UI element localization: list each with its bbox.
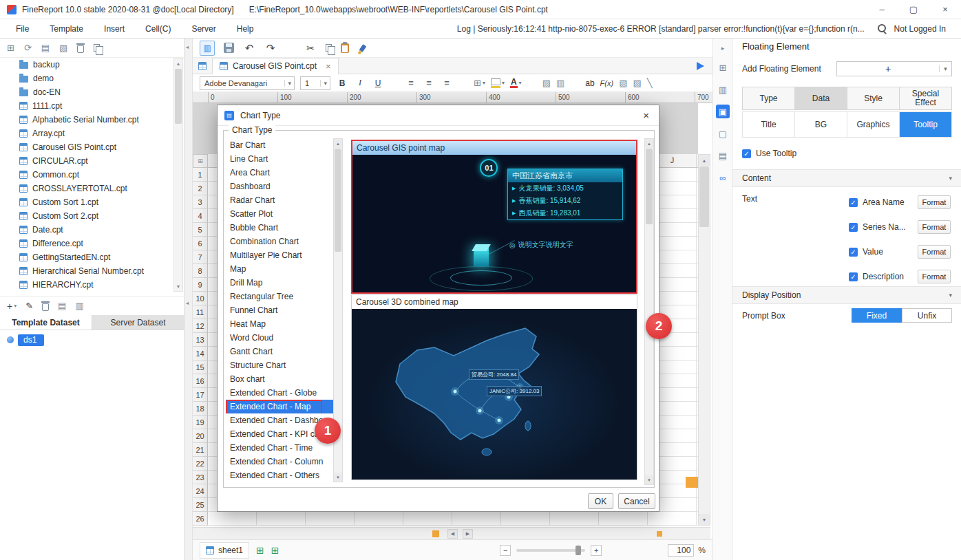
hyperlink-icon[interactable]: ∞ xyxy=(716,171,730,184)
row-header[interactable]: 4 xyxy=(193,209,208,223)
underline-button[interactable]: U xyxy=(372,77,384,89)
chart-type-item[interactable]: Extended Chart - Globe xyxy=(226,386,333,400)
row-header[interactable]: 7 xyxy=(193,250,208,264)
dialog-close-icon[interactable]: × xyxy=(640,109,652,121)
folder-item[interactable]: demo xyxy=(0,72,172,85)
property-tab[interactable]: Data xyxy=(795,87,847,109)
italic-button[interactable]: I xyxy=(354,77,366,89)
row-header[interactable]: 2 xyxy=(193,182,208,195)
row-header[interactable]: 15 xyxy=(193,360,208,374)
insert-sheet-icon[interactable]: ⊞ xyxy=(256,545,264,556)
insert-image-icon[interactable]: ▨ xyxy=(542,78,551,88)
copy-file-icon[interactable] xyxy=(94,44,100,52)
format-button[interactable]: Format xyxy=(918,245,951,259)
chart-type-item[interactable]: Gantt Chart xyxy=(226,345,333,358)
file-item[interactable]: Alphabetic Serial Number.cpt xyxy=(0,113,172,127)
bold-button[interactable]: B xyxy=(336,77,348,89)
file-item[interactable]: Array.cpt xyxy=(0,127,172,140)
batch-edit-icon[interactable]: ▥ xyxy=(75,301,83,311)
format-painter-icon[interactable] xyxy=(359,44,367,52)
file-item[interactable]: Custom Sort 2.cpt xyxy=(0,209,172,223)
property-tab[interactable]: Special Effect xyxy=(900,87,951,109)
row-header[interactable]: 22 xyxy=(193,457,208,471)
menu-item[interactable]: Help xyxy=(226,19,264,39)
floating-element-icon[interactable]: ▣ xyxy=(716,105,730,118)
minimize-button[interactable]: – xyxy=(866,4,898,14)
folder-item[interactable]: doc-EN xyxy=(0,85,172,99)
chart-type-item[interactable]: Scatter Plot xyxy=(226,207,333,221)
chart-type-item[interactable]: Extended Chart - Column xyxy=(226,455,333,469)
property-tab[interactable]: Type xyxy=(743,87,795,109)
chart-type-item[interactable]: Combination Chart xyxy=(226,235,333,248)
sheet-tab[interactable]: sheet1 xyxy=(200,542,249,559)
row-header[interactable]: 9 xyxy=(193,278,208,292)
menu-item[interactable]: Template xyxy=(39,19,94,39)
menu-item[interactable]: Cell(C) xyxy=(135,19,181,39)
chart-type-item[interactable]: Map xyxy=(226,262,333,276)
font-color-icon[interactable]: A xyxy=(510,78,518,88)
widget-settings-icon[interactable]: ▢ xyxy=(716,127,730,140)
add-dataset-caret-icon[interactable]: ▾ xyxy=(14,303,17,309)
scroll-down-icon[interactable]: ▼ xyxy=(334,473,342,482)
menu-item[interactable]: Insert xyxy=(94,19,135,39)
align-left-icon[interactable]: ≡ xyxy=(405,77,417,89)
copy-icon[interactable] xyxy=(326,44,332,52)
file-item[interactable]: CROSSLAYERTOTAL.cpt xyxy=(0,182,172,195)
row-header[interactable]: 11 xyxy=(193,305,208,319)
row-header[interactable]: 25 xyxy=(193,498,208,512)
chart-type-item[interactable]: Area Chart xyxy=(226,166,333,180)
zoom-slider[interactable] xyxy=(516,549,585,552)
style-subtab[interactable]: Title xyxy=(743,112,795,137)
chart-type-item[interactable]: Dashboard xyxy=(226,180,333,193)
select-all-corner[interactable]: ⊞ xyxy=(193,154,208,168)
highlighted-cell[interactable] xyxy=(686,477,698,488)
row-header[interactable]: 10 xyxy=(193,292,208,305)
chart-type-item[interactable]: Structure Chart xyxy=(226,358,333,372)
scroll-down-icon[interactable]: ▼ xyxy=(645,475,653,484)
file-tree-scrollbar[interactable]: ▲ ▼ xyxy=(173,58,183,292)
scroll-down-icon[interactable]: ▼ xyxy=(174,281,182,291)
chart-preview-3d-map[interactable]: Carousel 3D combined map xyxy=(351,294,637,480)
chart-type-item[interactable]: Extended Chart - Others xyxy=(226,469,333,482)
panel-collapse-strip[interactable]: ◂ ◂ xyxy=(184,39,193,560)
collapse-left-icon[interactable]: ◂ xyxy=(186,44,189,50)
condition-attribute-icon[interactable]: ▤ xyxy=(716,149,730,162)
row-header[interactable]: 12 xyxy=(193,319,208,333)
scrollbar-thumb[interactable] xyxy=(175,69,182,124)
display-position-section-header[interactable]: Display Position ▾ xyxy=(732,286,961,304)
document-tab[interactable]: Carousel GIS Point.cpt × xyxy=(212,58,339,74)
option-checkbox[interactable]: ✓ xyxy=(849,248,858,257)
file-item[interactable]: Hierarchical Serial Number.cpt xyxy=(0,264,172,278)
chart-preview-gis[interactable]: Carousel GIS point map 01 中国江苏省南京市 ▶ 火龙果… xyxy=(351,140,637,294)
scrollbar-thumb[interactable] xyxy=(335,149,341,252)
chart-type-item[interactable]: Line Chart xyxy=(226,152,333,166)
tab-close-icon[interactable]: × xyxy=(326,61,331,72)
search-icon[interactable] xyxy=(877,23,887,34)
refresh-icon[interactable]: ⟳ xyxy=(24,43,32,53)
scroll-up-icon[interactable]: ▲ xyxy=(645,139,653,148)
scroll-right-icon[interactable]: ▶ xyxy=(463,529,473,539)
maximize-button[interactable]: ▢ xyxy=(898,4,929,14)
scroll-up-icon[interactable]: ▲ xyxy=(174,58,182,68)
row-header[interactable]: 13 xyxy=(193,333,208,347)
delete-dataset-icon[interactable] xyxy=(42,303,49,311)
scroll-up-icon[interactable]: ▲ xyxy=(699,155,710,166)
row-header[interactable]: 23 xyxy=(193,471,208,484)
dataset-tab[interactable]: Template Dataset xyxy=(0,315,92,330)
zoom-in-button[interactable]: + xyxy=(591,545,602,556)
undo-icon[interactable]: ↶ xyxy=(243,42,255,54)
chart-type-item[interactable]: Extended Chart - Map xyxy=(226,400,333,413)
cell-element-icon[interactable]: ⊞ xyxy=(716,61,730,74)
file-item[interactable]: CIRCULAR.cpt xyxy=(0,154,172,168)
row-header[interactable]: 26 xyxy=(193,512,208,526)
row-header[interactable]: 21 xyxy=(193,443,208,457)
row-header[interactable]: 16 xyxy=(193,374,208,388)
format-button[interactable]: Format xyxy=(918,195,951,209)
style-subtab[interactable]: BG xyxy=(795,112,847,137)
scrollbar-thumb[interactable] xyxy=(646,149,653,224)
web-attributes-flag-icon[interactable] xyxy=(697,62,704,70)
scroll-down-icon[interactable]: ▼ xyxy=(699,514,710,525)
scroll-up-icon[interactable]: ▲ xyxy=(334,139,342,148)
dataset-tab[interactable]: Server Dataset xyxy=(92,315,184,330)
style-subtab[interactable]: Graphics xyxy=(847,112,900,137)
